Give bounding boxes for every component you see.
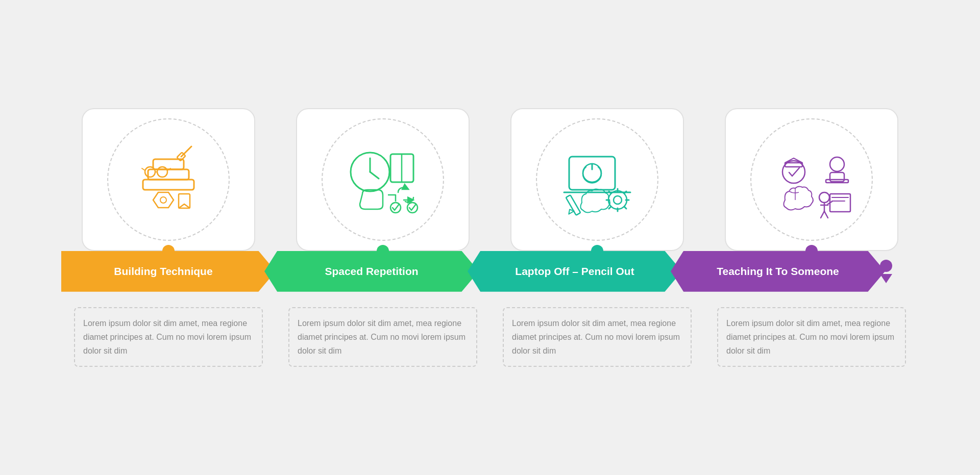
svg-rect-2 xyxy=(143,180,194,190)
svg-line-33 xyxy=(609,207,611,209)
arrow-item-1: Building Technique xyxy=(61,251,276,292)
desc-text-1: Lorem ipsum dolor sit dim amet, mea regi… xyxy=(74,307,263,367)
desc-text-3: Lorem ipsum dolor sit dim amet, mea regi… xyxy=(503,307,692,367)
arrow-item-2: Spaced Repetition xyxy=(264,251,479,292)
svg-line-3 xyxy=(181,146,191,157)
svg-rect-40 xyxy=(830,172,844,182)
arrow-shape-4: Teaching It To Someone xyxy=(671,251,885,292)
svg-point-8 xyxy=(145,167,155,177)
desc-text-4: Lorem ipsum dolor sit dim amet, mea regi… xyxy=(717,307,906,367)
arrow-row: Building Technique Spaced Repetition Lap… xyxy=(61,251,919,292)
desc-text-2: Lorem ipsum dolor sit dim amet, mea regi… xyxy=(288,307,477,367)
icon-card-1 xyxy=(82,108,255,251)
icon-card-3 xyxy=(510,108,684,251)
arrow-label-2: Spaced Repetition xyxy=(325,264,418,278)
svg-line-31 xyxy=(624,207,626,209)
card-laptop-off xyxy=(495,108,699,244)
svg-line-49 xyxy=(824,211,828,218)
arrow-label-3: Laptop Off – Pencil Out xyxy=(515,264,634,278)
desc-item-3: Lorem ipsum dolor sit dim amet, mea regi… xyxy=(498,307,697,367)
card-teaching xyxy=(709,108,914,244)
svg-rect-7 xyxy=(179,194,190,208)
arrow-label-1: Building Technique xyxy=(114,264,212,278)
svg-point-45 xyxy=(819,192,829,203)
svg-line-11 xyxy=(142,168,145,170)
svg-marker-5 xyxy=(153,192,174,208)
spaced-repetition-icon xyxy=(337,134,429,226)
svg-rect-20 xyxy=(569,157,615,190)
arrow-item-4: Teaching It To Someone xyxy=(671,251,885,292)
svg-point-25 xyxy=(614,196,622,204)
svg-point-6 xyxy=(160,197,166,203)
arrow-item-3: Laptop Off – Pencil Out xyxy=(468,251,682,292)
svg-rect-42 xyxy=(830,194,850,212)
svg-line-15 xyxy=(370,172,379,179)
icon-area-3 xyxy=(536,118,658,241)
teaching-icon xyxy=(766,134,857,226)
icon-area-4 xyxy=(750,118,873,241)
desc-item-1: Lorem ipsum dolor sit dim amet, mea regi… xyxy=(69,307,268,367)
icon-card-4 xyxy=(725,108,898,251)
building-technique-icon xyxy=(122,134,214,226)
icon-card-2 xyxy=(296,108,470,251)
svg-point-36 xyxy=(782,161,805,183)
icon-area-2 xyxy=(322,118,444,241)
icon-area-1 xyxy=(107,118,230,241)
arrow-label-4: Teaching It To Someone xyxy=(717,264,839,278)
laptop-off-icon xyxy=(551,134,643,226)
arrow-shape-1: Building Technique xyxy=(61,251,276,292)
desc-item-2: Lorem ipsum dolor sit dim amet, mea regi… xyxy=(283,307,482,367)
desc-item-4: Lorem ipsum dolor sit dim amet, mea regi… xyxy=(712,307,911,367)
icon-cards-row xyxy=(61,108,919,244)
arrow-shape-2: Spaced Repetition xyxy=(264,251,479,292)
description-row: Lorem ipsum dolor sit dim amet, mea regi… xyxy=(61,307,919,367)
svg-point-39 xyxy=(830,157,844,171)
arrow-shape-3: Laptop Off – Pencil Out xyxy=(468,251,682,292)
card-spaced-repetition xyxy=(281,108,485,244)
svg-rect-0 xyxy=(153,159,184,169)
svg-point-9 xyxy=(157,167,167,177)
infographic-container: Building Technique Spaced Repetition Lap… xyxy=(31,88,949,388)
svg-rect-34 xyxy=(566,195,581,215)
card-building-technique xyxy=(66,108,271,244)
svg-line-48 xyxy=(821,211,824,218)
svg-rect-37 xyxy=(785,163,802,167)
